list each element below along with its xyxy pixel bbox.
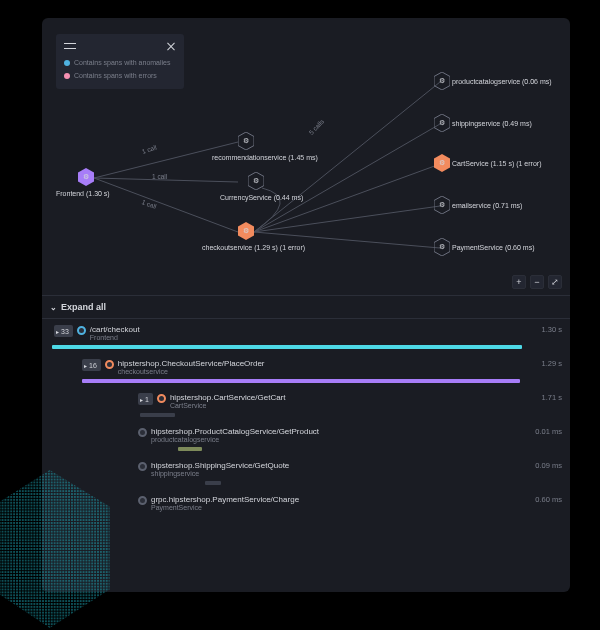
svg-marker-18 [0,470,110,628]
chevron-down-icon: ⌄ [50,303,57,312]
gear-icon: ⚙ [83,173,89,181]
span-count-value: 1 [145,396,149,403]
node-shipping[interactable]: ⚙ [434,114,450,132]
span-bar-track [136,447,522,451]
node-frontend[interactable]: ⚙ [78,168,94,186]
chevron-right-icon: ▸ [140,396,143,403]
span-bar [52,345,522,349]
gear-icon: ⚙ [439,243,445,251]
node-recommendation-label: recommendationservice (1.45 ms) [212,154,318,161]
status-ring-icon [105,360,114,369]
span-row[interactable]: hipstershop.ProductCatalogService/GetPro… [42,421,570,455]
span-service: CartService [170,402,286,409]
gear-icon: ⚙ [439,159,445,167]
span-bar [205,481,220,485]
span-bar [82,379,520,383]
span-service: shippingservice [151,470,289,477]
node-productcatalog[interactable]: ⚙ [434,72,450,90]
node-checkout-label: checkoutservice (1.29 s) (1 error) [202,244,305,251]
span-service: productcatalogservice [151,436,319,443]
gear-icon: ⚙ [243,137,249,145]
span-bar [140,413,175,417]
span-duration: 1.30 s [526,325,562,334]
span-count-chip[interactable]: ▸16 [82,359,101,371]
zoom-out-button[interactable]: − [530,275,544,289]
decorative-cube-icon [0,461,125,630]
span-service: Frontend [90,334,140,341]
span-row[interactable]: ▸33/cart/checkoutFrontend1.30 s [42,319,570,353]
node-payment[interactable]: ⚙ [434,238,450,256]
gear-icon: ⚙ [243,227,249,235]
zoom-fit-button[interactable]: ⤢ [548,275,562,289]
expand-all-toggle[interactable]: ⌄ Expand all [42,296,570,319]
span-count-chip[interactable]: ▸1 [138,393,153,405]
node-shipping-label: shippingservice (0.49 ms) [452,120,532,127]
chevron-right-icon: ▸ [56,328,59,335]
span-duration: 0.01 ms [526,427,562,436]
span-bar-track [136,413,522,417]
node-productcatalog-label: productcatalogservice (0.06 ms) [452,78,552,85]
span-bar-track [52,345,522,349]
node-email-label: emailservice (0.71 ms) [452,202,522,209]
gear-icon: ⚙ [253,177,259,185]
span-count-value: 33 [61,328,69,335]
span-name: grpc.hipstershop.PaymentService/Charge [151,495,299,504]
chevron-right-icon: ▸ [84,362,87,369]
span-duration: 0.60 ms [526,495,562,504]
span-name: hipstershop.CheckoutService/PlaceOrder [118,359,265,368]
edge-label: 1 call [152,173,167,180]
span-name: hipstershop.CartService/GetCart [170,393,286,402]
span-count-value: 16 [89,362,97,369]
span-row[interactable]: ▸1hipstershop.CartService/GetCartCartSer… [42,387,570,421]
node-cart-label: CartService (1.15 s) (1 error) [452,160,541,167]
zoom-controls: + − ⤢ [512,275,562,289]
span-row[interactable]: ▸16hipstershop.CheckoutService/PlaceOrde… [42,353,570,387]
service-map[interactable]: Contains spans with anomalies Contains s… [42,18,570,296]
svg-line-2 [94,178,238,232]
node-cart[interactable]: ⚙ [434,154,450,172]
node-recommendation[interactable]: ⚙ [238,132,254,150]
node-email[interactable]: ⚙ [434,196,450,214]
gear-icon: ⚙ [439,77,445,85]
span-duration: 0.09 ms [526,461,562,470]
gear-icon: ⚙ [439,201,445,209]
status-ring-icon [138,462,147,471]
svg-line-4 [254,124,440,232]
expand-all-label: Expand all [61,302,106,312]
zoom-in-button[interactable]: + [512,275,526,289]
span-duration: 1.29 s [526,359,562,368]
span-bar [178,447,201,451]
span-duration: 1.71 s [526,393,562,402]
status-ring-icon [77,326,86,335]
span-bar-track [136,481,522,485]
node-frontend-label: Frontend (1.30 s) [56,190,110,197]
status-ring-icon [138,428,147,437]
node-checkout[interactable]: ⚙ [238,222,254,240]
node-currency-label: CurrencyService (0.44 ms) [220,194,303,201]
span-service: PaymentService [151,504,299,511]
status-ring-icon [138,496,147,505]
span-name: hipstershop.ProductCatalogService/GetPro… [151,427,319,436]
span-count-chip[interactable]: ▸33 [54,325,73,337]
span-name: /cart/checkout [90,325,140,334]
span-bar-track [80,379,522,383]
span-name: hipstershop.ShippingService/GetQuote [151,461,289,470]
node-currency[interactable]: ⚙ [248,172,264,190]
gear-icon: ⚙ [439,119,445,127]
span-service: checkoutservice [118,368,265,375]
node-payment-label: PaymentService (0.60 ms) [452,244,534,251]
status-ring-icon [157,394,166,403]
